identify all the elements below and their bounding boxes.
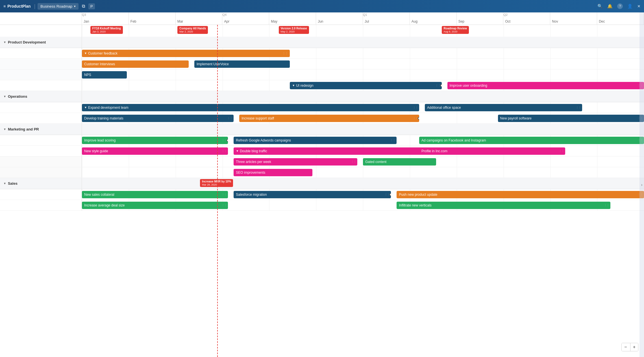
gantt-row: ▼Customer feedback⋮⋮ — [0, 48, 644, 59]
section-label: ▼Sales — [0, 178, 82, 189]
gantt-bar[interactable]: Improve user onboarding⋮⋮ — [447, 82, 644, 89]
section-title: Marketing and PR — [8, 127, 39, 131]
row-timeline: SEO improvements — [82, 167, 644, 178]
sub-row-label — [0, 59, 82, 69]
diamond-marker — [418, 117, 419, 120]
row-label — [0, 189, 82, 200]
row-timeline: Increase average deal size⋮⋮Infiltrate n… — [82, 200, 644, 210]
row-label — [0, 200, 82, 210]
gantt-bar[interactable]: Gated content — [363, 158, 436, 166]
row-timeline: ▼UI redesign⋮⋮Improve user onboarding⋮⋮ — [82, 80, 644, 91]
bell-icon[interactable]: 🔔 — [607, 4, 613, 9]
section-header-marketing[interactable]: ▼Marketing and PR — [0, 124, 644, 135]
gantt-bar[interactable]: ▼Expand development team⋮⋮ — [82, 104, 419, 111]
share-button[interactable]: P — [88, 3, 95, 9]
gantt-bar[interactable]: Improve lead scoring⋮⋮ — [82, 137, 228, 144]
gantt-bar[interactable]: Profile in Inc.com⋮⋮ — [419, 147, 565, 155]
help-icon[interactable]: ? — [617, 3, 623, 9]
section-collapse-icon: ▼ — [3, 128, 6, 131]
row-label — [0, 102, 82, 113]
month-col: Nov — [550, 12, 597, 25]
row-timeline: Develop training materials⋮⋮Increase sup… — [82, 113, 644, 123]
roadmap-container: Q3Q4Q1Q2JanFebMarAprMayJunJulAugSepOctNo… — [0, 12, 644, 357]
app-name: ProductPlan — [7, 4, 31, 8]
gantt-bar[interactable]: Salesforce migration⋮⋮ — [234, 191, 391, 198]
section-label: ▼Operations — [0, 91, 82, 102]
breadcrumb[interactable]: Business Roadmap ▾ — [38, 3, 79, 10]
section-title: Product Development — [8, 40, 46, 44]
gantt-bar[interactable]: Refresh Google Adwords campaigns⋮⋮ — [234, 137, 397, 144]
diamond-marker — [440, 84, 442, 87]
gantt-bar[interactable]: Ad campaigns on Facebook and Instagram⋮⋮ — [419, 137, 644, 144]
timeline-months: Q3Q4Q1Q2JanFebMarAprMayJunJulAugSepOctNo… — [82, 12, 644, 25]
chevron-down-icon: ▾ — [74, 5, 76, 8]
gantt-row: ▼UI redesign⋮⋮Improve user onboarding⋮⋮ — [0, 80, 644, 91]
gantt-bar-group[interactable]: ▼Customer feedback⋮⋮ — [82, 50, 290, 57]
month-col: Jan — [82, 12, 129, 25]
gantt-bar[interactable]: Three articles per week⋮⋮ — [234, 158, 357, 166]
app-logo[interactable]: ≡ ProductPlan — [3, 4, 31, 8]
gantt-bar[interactable]: Increase average deal size⋮⋮ — [82, 202, 228, 209]
hamburger-icon: ≡ — [3, 4, 6, 8]
section-header-sales[interactable]: ▼SalesIncrease MRR by 10%Mar 28, 2020 — [0, 178, 644, 189]
gantt-bar[interactable]: Customer Interviews — [82, 60, 189, 68]
month-col: Jun — [316, 12, 363, 25]
section-collapse-icon: ▼ — [3, 182, 6, 185]
timeline-header: Q3Q4Q1Q2JanFebMarAprMayJunJulAugSepOctNo… — [0, 12, 644, 25]
gantt-bar[interactable]: Push new product update⋮⋮ — [397, 191, 644, 198]
row-label — [0, 135, 82, 145]
gantt-row: Three articles per week⋮⋮Gated content — [0, 156, 644, 167]
gantt-bar[interactable]: New style guide⋮⋮ — [82, 147, 228, 155]
month-col: Oct — [504, 12, 551, 25]
gantt-bar[interactable]: Implement UserVoice — [194, 60, 290, 68]
diamond-marker — [390, 193, 391, 196]
sub-row-timeline: NPS — [82, 69, 644, 80]
copy-button[interactable]: ⧉ — [81, 3, 86, 10]
section-header-operations[interactable]: ▼Operations — [0, 91, 644, 102]
right-collapse-arrow[interactable]: › — [639, 12, 644, 357]
gantt-bar[interactable]: ▼UI redesign⋮⋮ — [290, 82, 441, 89]
row-timeline: New sales collateral⋮⋮Salesforce migrati… — [82, 189, 644, 200]
milestone-flag[interactable]: Roadmap ReviewAug 9, 2020 — [442, 26, 469, 34]
section-collapse-icon: ▼ — [3, 41, 6, 44]
zoom-out-button[interactable]: − — [622, 343, 630, 351]
search-icon[interactable]: 🔍 — [597, 4, 603, 9]
month-col: Sep — [457, 12, 504, 25]
breadcrumb-title: Business Roadmap — [40, 4, 72, 8]
row-timeline: Three articles per week⋮⋮Gated content — [82, 156, 644, 167]
gantt-bar[interactable]: Infiltrate new verticals⋮⋮ — [397, 202, 610, 209]
gantt-sub-row: NPS — [0, 69, 644, 80]
section-label: ▼Marketing and PR — [0, 124, 82, 135]
gantt-bar[interactable]: SEO improvements — [234, 169, 312, 176]
user-icon[interactable]: 👤 — [627, 4, 633, 9]
gantt-row: New style guide⋮⋮▼Double blog traffic⋮⋮P… — [0, 146, 644, 156]
month-col: May — [269, 12, 316, 25]
gantt-row: New sales collateral⋮⋮Salesforce migrati… — [0, 189, 644, 200]
month-col: Aug — [410, 12, 457, 25]
row-timeline: New style guide⋮⋮▼Double blog traffic⋮⋮P… — [82, 146, 644, 156]
section-label: ▼Product Development — [0, 37, 82, 48]
row-timeline: Improve lead scoring⋮⋮Refresh Google Adw… — [82, 135, 644, 145]
milestone-flag[interactable]: Company All HandsMar 2, 2020 — [177, 26, 208, 34]
row-label — [0, 167, 82, 178]
gantt-bar[interactable]: Additional office space⋮⋮ — [425, 104, 582, 111]
section-header-product[interactable]: ▼Product Development — [0, 37, 644, 48]
gantt-bar[interactable]: Increase support staff⋮⋮ — [239, 115, 419, 122]
gantt-row: Increase average deal size⋮⋮Infiltrate n… — [0, 200, 644, 211]
gantt-row: Improve lead scoring⋮⋮Refresh Google Adw… — [0, 135, 644, 146]
row-label — [0, 146, 82, 156]
nav-separator: | — [34, 3, 36, 9]
milestone-flag[interactable]: FY18 Kickoff MeetingJan 3, 2020 — [90, 26, 123, 34]
zoom-in-button[interactable]: + — [630, 343, 638, 351]
milestone-flag[interactable]: Version 2.0 ReleaseMay 2, 2020 — [279, 26, 309, 34]
row-timeline: ▼Customer feedback⋮⋮ — [82, 48, 644, 58]
close-icon[interactable]: ✕ — [637, 4, 641, 8]
gantt-bar[interactable]: New sales collateral⋮⋮ — [82, 191, 228, 198]
gantt-bar[interactable]: NPS — [82, 71, 127, 79]
row-label — [0, 80, 82, 91]
milestone-mrr[interactable]: Increase MRR by 10%Mar 28, 2020 — [200, 179, 233, 187]
gantt-row: Develop training materials⋮⋮Increase sup… — [0, 113, 644, 124]
gantt-bar[interactable]: New payroll software⋮⋮ — [498, 115, 644, 122]
gantt-bar[interactable]: Develop training materials⋮⋮ — [82, 115, 234, 122]
month-col: Mar — [176, 12, 223, 25]
